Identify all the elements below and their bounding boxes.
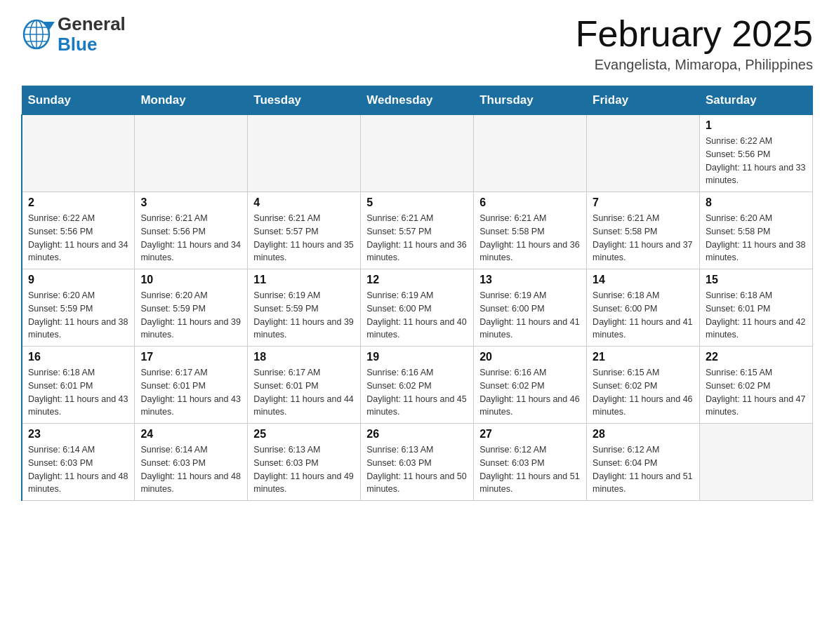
svg-marker-6 (44, 22, 55, 30)
day-info: Sunrise: 6:12 AMSunset: 6:04 PMDaylight:… (593, 443, 694, 496)
calendar-cell: 10Sunrise: 6:20 AMSunset: 5:59 PMDayligh… (135, 269, 248, 347)
calendar-cell: 3Sunrise: 6:21 AMSunset: 5:56 PMDaylight… (135, 192, 248, 269)
day-info: Sunrise: 6:22 AMSunset: 5:56 PMDaylight:… (706, 135, 807, 187)
day-header-tuesday: Tuesday (248, 86, 361, 115)
calendar-cell: 14Sunrise: 6:18 AMSunset: 6:00 PMDayligh… (587, 269, 700, 347)
calendar-cell: 15Sunrise: 6:18 AMSunset: 6:01 PMDayligh… (700, 269, 813, 347)
logo-general: General (58, 14, 126, 34)
day-info: Sunrise: 6:21 AMSunset: 5:58 PMDaylight:… (479, 212, 581, 264)
day-header-monday: Monday (135, 86, 248, 115)
calendar-cell: 18Sunrise: 6:17 AMSunset: 6:01 PMDayligh… (248, 347, 361, 424)
day-header-thursday: Thursday (474, 86, 587, 115)
calendar-cell: 20Sunrise: 6:16 AMSunset: 6:02 PMDayligh… (474, 347, 587, 424)
day-info: Sunrise: 6:18 AMSunset: 6:01 PMDaylight:… (706, 289, 807, 342)
calendar-cell: 21Sunrise: 6:15 AMSunset: 6:02 PMDayligh… (587, 347, 700, 424)
day-number: 14 (593, 274, 694, 286)
calendar-cell (700, 424, 813, 501)
calendar-cell: 25Sunrise: 6:13 AMSunset: 6:03 PMDayligh… (248, 424, 361, 501)
calendar-cell (135, 115, 248, 192)
day-number: 19 (366, 351, 468, 363)
page-header: General Blue February 2025 Evangelista, … (21, 14, 813, 73)
logo-text: General Blue (58, 14, 126, 54)
day-info: Sunrise: 6:16 AMSunset: 6:02 PMDaylight:… (366, 366, 468, 419)
day-info: Sunrise: 6:19 AMSunset: 5:59 PMDaylight:… (253, 289, 355, 342)
calendar-cell: 27Sunrise: 6:12 AMSunset: 6:03 PMDayligh… (474, 424, 587, 501)
calendar-cell: 8Sunrise: 6:20 AMSunset: 5:58 PMDaylight… (700, 192, 813, 269)
day-number: 6 (479, 196, 581, 209)
day-number: 21 (593, 351, 694, 363)
location-title: Evangelista, Mimaropa, Philippines (576, 57, 813, 73)
week-row-2: 2Sunrise: 6:22 AMSunset: 5:56 PMDaylight… (22, 192, 813, 269)
calendar-cell: 19Sunrise: 6:16 AMSunset: 6:02 PMDayligh… (361, 347, 474, 424)
day-number: 13 (479, 274, 581, 286)
calendar-cell: 6Sunrise: 6:21 AMSunset: 5:58 PMDaylight… (474, 192, 587, 269)
calendar-cell: 22Sunrise: 6:15 AMSunset: 6:02 PMDayligh… (700, 347, 813, 424)
day-number: 27 (479, 428, 581, 441)
day-info: Sunrise: 6:20 AMSunset: 5:59 PMDaylight:… (140, 289, 241, 342)
calendar-cell: 12Sunrise: 6:19 AMSunset: 6:00 PMDayligh… (361, 269, 474, 347)
calendar-cell: 17Sunrise: 6:17 AMSunset: 6:01 PMDayligh… (135, 347, 248, 424)
calendar-cell (22, 115, 135, 192)
day-number: 25 (253, 428, 355, 441)
logo: General Blue (21, 14, 126, 54)
day-info: Sunrise: 6:15 AMSunset: 6:02 PMDaylight:… (593, 366, 694, 419)
calendar-cell: 4Sunrise: 6:21 AMSunset: 5:57 PMDaylight… (248, 192, 361, 269)
day-header-sunday: Sunday (22, 86, 135, 115)
day-number: 26 (366, 428, 468, 441)
day-number: 1 (706, 119, 807, 132)
day-header-wednesday: Wednesday (361, 86, 474, 115)
day-number: 15 (706, 274, 807, 286)
day-info: Sunrise: 6:19 AMSunset: 6:00 PMDaylight:… (479, 289, 581, 342)
day-header-saturday: Saturday (700, 86, 813, 115)
day-info: Sunrise: 6:17 AMSunset: 6:01 PMDaylight:… (140, 366, 241, 419)
calendar-cell: 11Sunrise: 6:19 AMSunset: 5:59 PMDayligh… (248, 269, 361, 347)
day-info: Sunrise: 6:18 AMSunset: 6:01 PMDaylight:… (28, 366, 128, 419)
day-info: Sunrise: 6:21 AMSunset: 5:56 PMDaylight:… (140, 212, 241, 264)
day-number: 10 (140, 274, 241, 286)
calendar-cell: 16Sunrise: 6:18 AMSunset: 6:01 PMDayligh… (22, 347, 135, 424)
day-header-friday: Friday (587, 86, 700, 115)
day-info: Sunrise: 6:21 AMSunset: 5:58 PMDaylight:… (593, 212, 694, 264)
week-row-3: 9Sunrise: 6:20 AMSunset: 5:59 PMDaylight… (22, 269, 813, 347)
logo-icon (21, 16, 55, 53)
day-number: 16 (28, 351, 128, 363)
day-number: 22 (706, 351, 807, 363)
day-number: 18 (253, 351, 355, 363)
day-info: Sunrise: 6:13 AMSunset: 6:03 PMDaylight:… (366, 443, 468, 496)
day-number: 5 (366, 196, 468, 209)
calendar-cell (361, 115, 474, 192)
day-info: Sunrise: 6:21 AMSunset: 5:57 PMDaylight:… (253, 212, 355, 264)
calendar-cell: 23Sunrise: 6:14 AMSunset: 6:03 PMDayligh… (22, 424, 135, 501)
calendar-cell (248, 115, 361, 192)
day-info: Sunrise: 6:20 AMSunset: 5:58 PMDaylight:… (706, 212, 807, 264)
day-number: 23 (28, 428, 128, 441)
calendar-cell (587, 115, 700, 192)
day-info: Sunrise: 6:22 AMSunset: 5:56 PMDaylight:… (28, 212, 128, 264)
day-info: Sunrise: 6:18 AMSunset: 6:00 PMDaylight:… (593, 289, 694, 342)
day-info: Sunrise: 6:12 AMSunset: 6:03 PMDaylight:… (479, 443, 581, 496)
day-info: Sunrise: 6:19 AMSunset: 6:00 PMDaylight:… (366, 289, 468, 342)
calendar-cell (474, 115, 587, 192)
day-number: 24 (140, 428, 241, 441)
week-row-5: 23Sunrise: 6:14 AMSunset: 6:03 PMDayligh… (22, 424, 813, 501)
day-info: Sunrise: 6:16 AMSunset: 6:02 PMDaylight:… (479, 366, 581, 419)
day-number: 8 (706, 196, 807, 209)
month-title: February 2025 (576, 14, 813, 54)
calendar-cell: 24Sunrise: 6:14 AMSunset: 6:03 PMDayligh… (135, 424, 248, 501)
day-info: Sunrise: 6:14 AMSunset: 6:03 PMDaylight:… (140, 443, 241, 496)
title-section: February 2025 Evangelista, Mimaropa, Phi… (576, 14, 813, 73)
calendar-cell: 5Sunrise: 6:21 AMSunset: 5:57 PMDaylight… (361, 192, 474, 269)
day-number: 9 (28, 274, 128, 286)
calendar-cell: 13Sunrise: 6:19 AMSunset: 6:00 PMDayligh… (474, 269, 587, 347)
day-info: Sunrise: 6:13 AMSunset: 6:03 PMDaylight:… (253, 443, 355, 496)
logo-blue: Blue (58, 34, 126, 55)
day-number: 2 (28, 196, 128, 209)
day-number: 7 (593, 196, 694, 209)
calendar-cell: 26Sunrise: 6:13 AMSunset: 6:03 PMDayligh… (361, 424, 474, 501)
day-number: 20 (479, 351, 581, 363)
day-number: 28 (593, 428, 694, 441)
day-info: Sunrise: 6:21 AMSunset: 5:57 PMDaylight:… (366, 212, 468, 264)
calendar-cell: 1Sunrise: 6:22 AMSunset: 5:56 PMDaylight… (700, 115, 813, 192)
day-number: 17 (140, 351, 241, 363)
calendar-cell: 9Sunrise: 6:20 AMSunset: 5:59 PMDaylight… (22, 269, 135, 347)
